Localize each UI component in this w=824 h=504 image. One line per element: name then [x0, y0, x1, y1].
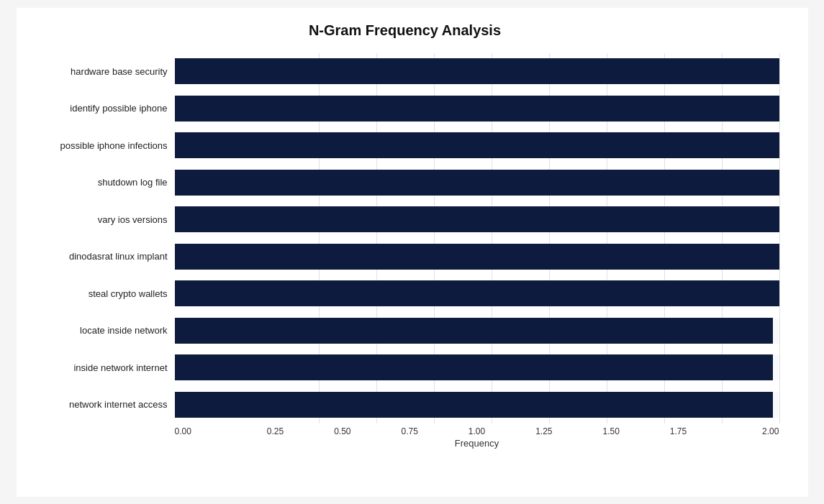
grid-line: [779, 53, 780, 423]
x-tick: 1.75: [645, 426, 712, 436]
y-label: network internet access: [31, 386, 175, 423]
bar: [175, 354, 774, 380]
x-axis: 0.000.250.500.751.001.251.501.752.00: [175, 426, 779, 436]
x-tick: 0.75: [376, 426, 443, 436]
chart-container: N-Gram Frequency Analysis hardware base …: [17, 8, 808, 497]
bar-row: [175, 386, 779, 423]
bar: [175, 170, 779, 196]
bar: [175, 58, 779, 84]
y-axis-labels: hardware base securityidentify possible …: [31, 53, 175, 423]
bar-row: [175, 164, 779, 201]
x-axis-label: Frequency: [175, 438, 779, 449]
bar-row: [175, 238, 779, 275]
bar-row: [175, 312, 779, 349]
y-label: possible iphone infections: [31, 127, 175, 165]
x-tick: 1.50: [577, 426, 644, 436]
y-label: locate inside network: [31, 312, 175, 349]
y-label: shutdown log file: [31, 164, 175, 201]
bars-container: [175, 53, 779, 423]
bar-row: [175, 201, 779, 239]
chart-title: N-Gram Frequency Analysis: [31, 22, 779, 39]
bar-row: [175, 53, 779, 91]
y-label: identify possible iphone: [31, 90, 175, 127]
x-tick: 1.25: [510, 426, 577, 436]
bar: [175, 318, 774, 344]
y-label: vary ios versions: [31, 201, 175, 239]
x-tick: 0.25: [242, 426, 309, 436]
bar-row: [175, 349, 779, 387]
x-tick: 2.00: [712, 426, 779, 436]
x-tick: 0.00: [175, 426, 242, 436]
bar: [175, 132, 779, 158]
bar: [175, 280, 779, 306]
y-label: dinodasrat linux implant: [31, 238, 175, 275]
y-label: steal crypto wallets: [31, 275, 175, 313]
x-tick: 1.00: [443, 426, 510, 436]
bar-row: [175, 90, 779, 127]
bar: [175, 392, 774, 418]
y-label: hardware base security: [31, 53, 175, 91]
y-label: inside network internet: [31, 349, 175, 387]
plot-area: [175, 53, 779, 423]
bar: [175, 96, 779, 122]
bar: [175, 244, 779, 270]
bar-row: [175, 275, 779, 313]
bar: [175, 206, 779, 232]
x-tick: 0.50: [309, 426, 376, 436]
bar-row: [175, 127, 779, 165]
